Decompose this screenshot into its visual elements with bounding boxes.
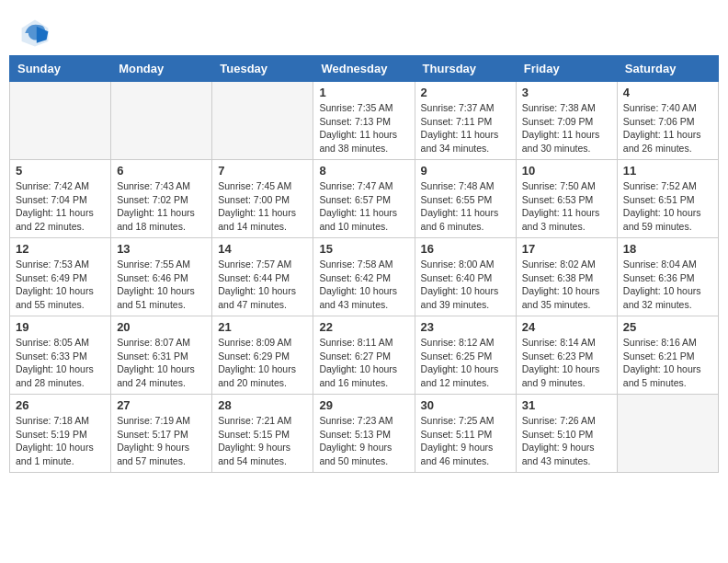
- day-info: Sunrise: 7:50 AM Sunset: 6:53 PM Dayligh…: [522, 179, 611, 234]
- day-info: Sunrise: 7:40 AM Sunset: 7:06 PM Dayligh…: [623, 101, 712, 155]
- calendar-cell: 29Sunrise: 7:23 AM Sunset: 5:13 PM Dayli…: [313, 395, 415, 473]
- week-row-3: 19Sunrise: 8:05 AM Sunset: 6:33 PM Dayli…: [10, 316, 719, 395]
- day-number: 8: [319, 164, 408, 178]
- day-header-sunday: Sunday: [10, 56, 111, 82]
- calendar-cell: 9Sunrise: 7:48 AM Sunset: 6:55 PM Daylig…: [415, 160, 516, 238]
- calendar-cell: 31Sunrise: 7:26 AM Sunset: 5:10 PM Dayli…: [516, 395, 617, 473]
- day-info: Sunrise: 7:35 AM Sunset: 7:13 PM Dayligh…: [319, 101, 408, 155]
- calendar-cell: 28Sunrise: 7:21 AM Sunset: 5:15 PM Dayli…: [212, 395, 313, 473]
- day-number: 3: [522, 86, 611, 99]
- calendar-cell: 16Sunrise: 8:00 AM Sunset: 6:40 PM Dayli…: [415, 238, 516, 316]
- logo: [18, 17, 57, 50]
- calendar-cell: 19Sunrise: 8:05 AM Sunset: 6:33 PM Dayli…: [10, 316, 111, 395]
- day-number: 4: [623, 86, 712, 99]
- calendar-cell: 12Sunrise: 7:53 AM Sunset: 6:49 PM Dayli…: [10, 238, 111, 316]
- day-info: Sunrise: 8:05 AM Sunset: 6:33 PM Dayligh…: [16, 336, 105, 390]
- day-info: Sunrise: 7:45 AM Sunset: 7:00 PM Dayligh…: [218, 179, 307, 234]
- calendar-cell: 22Sunrise: 8:11 AM Sunset: 6:27 PM Dayli…: [313, 316, 415, 395]
- day-info: Sunrise: 7:48 AM Sunset: 6:55 PM Dayligh…: [421, 179, 510, 234]
- day-number: 15: [319, 242, 408, 256]
- day-info: Sunrise: 7:58 AM Sunset: 6:42 PM Dayligh…: [319, 258, 408, 312]
- calendar-cell: 6Sunrise: 7:43 AM Sunset: 7:02 PM Daylig…: [111, 160, 212, 238]
- day-number: 30: [421, 398, 510, 412]
- day-header-friday: Friday: [516, 56, 617, 82]
- day-number: 2: [421, 86, 510, 99]
- calendar-cell: [617, 395, 718, 473]
- day-info: Sunrise: 8:09 AM Sunset: 6:29 PM Dayligh…: [218, 336, 307, 390]
- calendar-cell: 14Sunrise: 7:57 AM Sunset: 6:44 PM Dayli…: [212, 238, 313, 316]
- day-info: Sunrise: 8:02 AM Sunset: 6:38 PM Dayligh…: [522, 258, 611, 312]
- day-number: 19: [16, 320, 105, 334]
- day-number: 12: [16, 242, 105, 256]
- day-number: 26: [16, 398, 105, 412]
- calendar-cell: 2Sunrise: 7:37 AM Sunset: 7:11 PM Daylig…: [415, 82, 516, 160]
- calendar-cell: 17Sunrise: 8:02 AM Sunset: 6:38 PM Dayli…: [516, 238, 617, 316]
- calendar-cell: 20Sunrise: 8:07 AM Sunset: 6:31 PM Dayli…: [111, 316, 212, 395]
- day-number: 24: [522, 320, 611, 334]
- day-number: 17: [522, 242, 611, 256]
- day-number: 18: [623, 242, 712, 256]
- day-info: Sunrise: 7:52 AM Sunset: 6:51 PM Dayligh…: [623, 179, 712, 234]
- day-number: 10: [522, 164, 611, 178]
- day-info: Sunrise: 8:07 AM Sunset: 6:31 PM Dayligh…: [117, 336, 206, 390]
- day-number: 31: [522, 398, 611, 412]
- calendar-cell: 1Sunrise: 7:35 AM Sunset: 7:13 PM Daylig…: [313, 82, 415, 160]
- day-header-tuesday: Tuesday: [212, 56, 313, 82]
- day-number: 9: [421, 164, 510, 178]
- day-info: Sunrise: 8:04 AM Sunset: 6:36 PM Dayligh…: [623, 258, 712, 312]
- day-info: Sunrise: 7:25 AM Sunset: 5:11 PM Dayligh…: [421, 414, 510, 468]
- calendar-cell: 18Sunrise: 8:04 AM Sunset: 6:36 PM Dayli…: [617, 238, 718, 316]
- calendar-cell: 21Sunrise: 8:09 AM Sunset: 6:29 PM Dayli…: [212, 316, 313, 395]
- calendar-cell: 5Sunrise: 7:42 AM Sunset: 7:04 PM Daylig…: [10, 160, 111, 238]
- day-number: 20: [117, 320, 206, 334]
- day-number: 23: [421, 320, 510, 334]
- day-info: Sunrise: 7:57 AM Sunset: 6:44 PM Dayligh…: [218, 258, 307, 312]
- day-info: Sunrise: 8:16 AM Sunset: 6:21 PM Dayligh…: [623, 336, 712, 390]
- calendar-cell: [10, 82, 111, 160]
- day-number: 21: [218, 320, 307, 334]
- calendar-cell: [111, 82, 212, 160]
- calendar-cell: 11Sunrise: 7:52 AM Sunset: 6:51 PM Dayli…: [617, 160, 718, 238]
- logo-icon: [18, 17, 51, 50]
- day-info: Sunrise: 7:43 AM Sunset: 7:02 PM Dayligh…: [117, 179, 206, 234]
- calendar-cell: 23Sunrise: 8:12 AM Sunset: 6:25 PM Dayli…: [415, 316, 516, 395]
- day-info: Sunrise: 8:11 AM Sunset: 6:27 PM Dayligh…: [319, 336, 408, 390]
- day-number: 27: [117, 398, 206, 412]
- day-header-saturday: Saturday: [617, 56, 718, 82]
- day-info: Sunrise: 7:26 AM Sunset: 5:10 PM Dayligh…: [522, 414, 611, 468]
- day-info: Sunrise: 7:53 AM Sunset: 6:49 PM Dayligh…: [16, 258, 105, 312]
- day-info: Sunrise: 7:47 AM Sunset: 6:57 PM Dayligh…: [319, 179, 408, 234]
- day-info: Sunrise: 7:55 AM Sunset: 6:46 PM Dayligh…: [117, 258, 206, 312]
- calendar-table: SundayMondayTuesdayWednesdayThursdayFrid…: [9, 55, 719, 473]
- calendar-cell: 10Sunrise: 7:50 AM Sunset: 6:53 PM Dayli…: [516, 160, 617, 238]
- day-header-thursday: Thursday: [415, 56, 516, 82]
- week-row-2: 12Sunrise: 7:53 AM Sunset: 6:49 PM Dayli…: [10, 238, 719, 316]
- calendar-cell: 4Sunrise: 7:40 AM Sunset: 7:06 PM Daylig…: [617, 82, 718, 160]
- calendar-cell: 3Sunrise: 7:38 AM Sunset: 7:09 PM Daylig…: [516, 82, 617, 160]
- calendar-cell: [212, 82, 313, 160]
- page-header: [9, 9, 719, 55]
- day-info: Sunrise: 7:37 AM Sunset: 7:11 PM Dayligh…: [421, 101, 510, 155]
- day-info: Sunrise: 7:42 AM Sunset: 7:04 PM Dayligh…: [16, 179, 105, 234]
- calendar-cell: 26Sunrise: 7:18 AM Sunset: 5:19 PM Dayli…: [10, 395, 111, 473]
- day-number: 29: [319, 398, 408, 412]
- day-number: 25: [623, 320, 712, 334]
- calendar-cell: 13Sunrise: 7:55 AM Sunset: 6:46 PM Dayli…: [111, 238, 212, 316]
- day-number: 11: [623, 164, 712, 178]
- day-info: Sunrise: 8:12 AM Sunset: 6:25 PM Dayligh…: [421, 336, 510, 390]
- day-info: Sunrise: 7:19 AM Sunset: 5:17 PM Dayligh…: [117, 414, 206, 468]
- calendar-cell: 8Sunrise: 7:47 AM Sunset: 6:57 PM Daylig…: [313, 160, 415, 238]
- day-number: 5: [16, 164, 105, 178]
- week-row-4: 26Sunrise: 7:18 AM Sunset: 5:19 PM Dayli…: [10, 395, 719, 473]
- day-info: Sunrise: 7:23 AM Sunset: 5:13 PM Dayligh…: [319, 414, 408, 468]
- day-number: 22: [319, 320, 408, 334]
- calendar-cell: 25Sunrise: 8:16 AM Sunset: 6:21 PM Dayli…: [617, 316, 718, 395]
- day-number: 14: [218, 242, 307, 256]
- week-row-0: 1Sunrise: 7:35 AM Sunset: 7:13 PM Daylig…: [10, 82, 719, 160]
- day-header-monday: Monday: [111, 56, 212, 82]
- day-info: Sunrise: 8:00 AM Sunset: 6:40 PM Dayligh…: [421, 258, 510, 312]
- calendar-cell: 30Sunrise: 7:25 AM Sunset: 5:11 PM Dayli…: [415, 395, 516, 473]
- calendar-cell: 15Sunrise: 7:58 AM Sunset: 6:42 PM Dayli…: [313, 238, 415, 316]
- day-info: Sunrise: 8:14 AM Sunset: 6:23 PM Dayligh…: [522, 336, 611, 390]
- day-info: Sunrise: 7:18 AM Sunset: 5:19 PM Dayligh…: [16, 414, 105, 468]
